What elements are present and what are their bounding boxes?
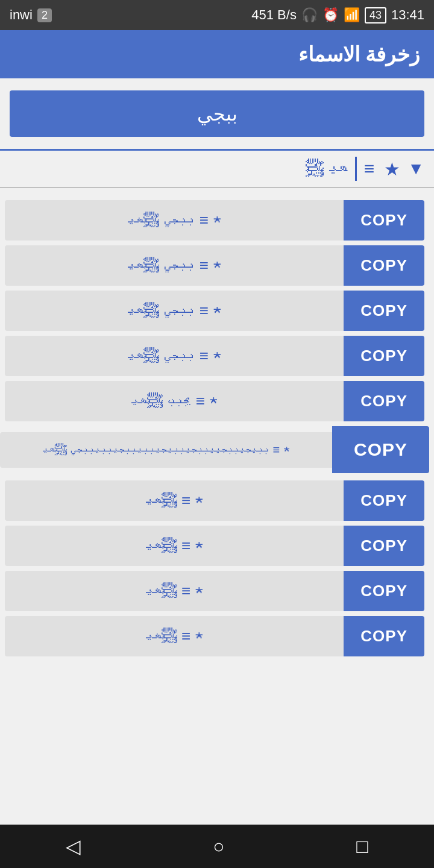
app-title: زخرفة الاسماء (14, 42, 420, 66)
result-text: ★ ≡ ببجي ﷺﮭﯿ (5, 291, 344, 331)
battery-label: 43 (365, 7, 386, 24)
results-area: ★ ≡ ببجي ﷺﮭﯿ COPY ★ ≡ ببجي ﷺﮭﯿ COPY ★ ≡ … (0, 200, 434, 709)
result-row: ★ ≡ ببجي ﷺﮭﯿ COPY (5, 336, 424, 376)
sim-badge: 2 (37, 8, 52, 22)
result-text-wide: ★ ≡ ببيجيببجييببجيببيجيببيببجيببيببجي ﷺﮭ… (0, 432, 332, 468)
app-header: زخرفة الاسماء (0, 30, 434, 78)
result-row: ★ ≡ ﷺﮭﯿ COPY (5, 571, 424, 611)
recent-button[interactable]: □ (342, 831, 382, 863)
status-right: 451 B/s 🎧 ⏰ 📶 43 13:41 (251, 7, 424, 24)
bottom-nav: ◁ ○ □ (0, 825, 434, 868)
filter-preview: ﮭﯿ ﷺ (10, 159, 348, 179)
speed-label: 451 B/s (251, 7, 297, 23)
copy-button[interactable]: COPY (344, 336, 424, 376)
alarm-icon: ⏰ (322, 7, 339, 23)
result-row-wide: ★ ≡ ببيجيببجييببجيببيجيببيببجيببيببجي ﷺﮭ… (0, 426, 429, 473)
copy-button[interactable]: COPY (344, 381, 424, 421)
result-text: ★ ≡ ﷺﮭﯿ (5, 526, 344, 566)
carrier-label: inwi (10, 7, 33, 23)
result-text: ★ ≡ ببجي ﷺﮭﯿ (5, 200, 344, 241)
name-input[interactable] (10, 90, 424, 137)
result-text: ★ ≡ ببجي ﷺﮭﯿ (5, 245, 344, 286)
star-icon: ★ (384, 159, 400, 180)
result-text: ★ ≡ ﷺﮭﯿ (5, 480, 344, 521)
result-row: ★ ≡ ببجي ﷺﮭﯿ COPY (5, 245, 424, 286)
filter-icons: ≡ ★ (364, 159, 401, 180)
copy-button[interactable]: COPY (344, 291, 424, 331)
lines-icon: ≡ (364, 159, 375, 179)
result-row: ★ ≡ ﷺﮭﯿ COPY (5, 616, 424, 656)
copy-button[interactable]: COPY (344, 245, 424, 286)
time-label: 13:41 (391, 7, 424, 23)
copy-button[interactable]: COPY (344, 200, 424, 241)
signal-icon: 📶 (344, 7, 360, 23)
result-row: ★ ≡ ﷺﮭﯿ COPY (5, 526, 424, 566)
copy-button[interactable]: COPY (344, 526, 424, 566)
copy-button[interactable]: COPY (344, 571, 424, 611)
copy-button[interactable]: COPY (344, 480, 424, 521)
result-text: ★ ≡ ببجي ﷺﮭﯿ (5, 336, 344, 376)
result-text: ★ ≡ ﷺﮭﯿ (5, 571, 344, 611)
status-bar: inwi 2 451 B/s 🎧 ⏰ 📶 43 13:41 (0, 0, 434, 30)
headphone-icon: 🎧 (301, 7, 318, 23)
result-text: ★ ≡ يجبب ﷺﮭﯿ (5, 381, 344, 421)
dropdown-arrow[interactable]: ▼ (407, 159, 424, 178)
input-area (0, 78, 434, 149)
copy-button-large[interactable]: COPY (332, 426, 429, 473)
home-button[interactable]: ○ (198, 831, 239, 863)
result-row: ★ ≡ ببجي ﷺﮭﯿ COPY (5, 200, 424, 241)
back-button[interactable]: ◁ (51, 830, 95, 863)
result-row: ★ ≡ ببجي ﷺﮭﯿ COPY (5, 291, 424, 331)
copy-button[interactable]: COPY (344, 616, 424, 656)
result-text: ★ ≡ ﷺﮭﯿ (5, 616, 344, 656)
result-row: ★ ≡ يجبب ﷺﮭﯿ COPY (5, 381, 424, 421)
filter-divider (355, 157, 357, 181)
status-left: inwi 2 (10, 7, 52, 23)
result-row: ★ ≡ ﷺﮭﯿ COPY (5, 480, 424, 521)
filter-bar: ﮭﯿ ﷺ ≡ ★ ▼ (0, 151, 434, 188)
